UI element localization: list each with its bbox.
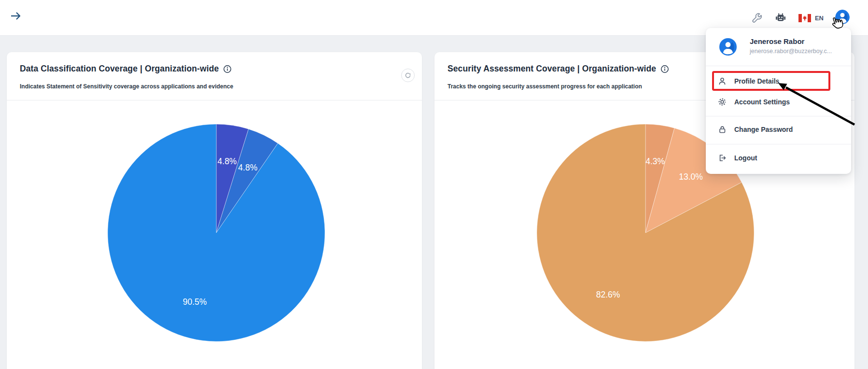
arrow-right-icon — [9, 10, 23, 22]
card-title: Data Classification Coverage | Organizat… — [20, 64, 219, 74]
sidebar-expand-button[interactable] — [9, 10, 23, 22]
divider — [706, 144, 851, 144]
menu-item-profile-details[interactable]: Profile Details — [706, 71, 851, 91]
pie-slice-label: 90.5% — [183, 297, 207, 307]
menu-item-label: Logout — [734, 154, 757, 162]
refresh-icon — [405, 72, 411, 79]
user-avatar-icon — [835, 10, 850, 24]
pie-slice-label: 82.6% — [596, 290, 620, 299]
gear-icon — [717, 97, 727, 107]
menu-item-account-settings[interactable]: Account Settings — [706, 92, 851, 112]
canada-flag-icon — [798, 14, 811, 22]
card-data-classification: Data Classification Coverage | Organizat… — [7, 52, 422, 369]
pie-slice-label: 4.8% — [238, 163, 257, 172]
card-subtitle: Indicates Statement of Sensitivity cover… — [20, 83, 233, 90]
pie-slice-label: 4.8% — [218, 156, 237, 166]
pie-slice-label: 13.0% — [679, 172, 703, 182]
wrench-icon — [751, 12, 763, 24]
menu-item-label: Profile Details — [734, 77, 779, 85]
lock-icon — [717, 125, 727, 134]
user-avatar-button[interactable] — [835, 10, 850, 26]
menu-item-label: Change Password — [734, 126, 793, 133]
robot-icon — [774, 12, 787, 24]
card-header: Data Classification Coverage | Organizat… — [7, 52, 422, 100]
pie-slice[interactable] — [108, 124, 325, 341]
pie-slice-label: 4.3% — [645, 156, 665, 166]
card-subtitle: Tracks the ongoing security assessment p… — [448, 83, 642, 90]
divider — [706, 116, 851, 116]
dropdown-user-section: Jenerose Rabor jenerose.rabor@buzzerboy.… — [706, 28, 851, 66]
user-icon — [717, 76, 727, 86]
card-title: Security Assessment Coverage | Organizat… — [448, 64, 656, 74]
menu-item-change-password[interactable]: Change Password — [706, 119, 851, 140]
language-code: EN — [815, 14, 824, 22]
info-icon[interactable] — [223, 65, 232, 73]
language-switcher[interactable]: EN — [798, 14, 824, 22]
avatar — [719, 38, 737, 57]
user-avatar-icon — [719, 38, 737, 56]
refresh-button[interactable] — [401, 69, 415, 82]
info-icon[interactable] — [660, 65, 669, 73]
user-email: jenerose.rabor@buzzerboy.c... — [750, 48, 832, 55]
logout-icon — [717, 153, 727, 163]
pie-chart[interactable]: 4.8%4.8%90.5% — [105, 122, 327, 344]
user-name: Jenerose Rabor — [750, 37, 804, 45]
tools-button[interactable] — [751, 12, 763, 24]
assistant-button[interactable] — [774, 12, 787, 24]
user-dropdown-menu: Jenerose Rabor jenerose.rabor@buzzerboy.… — [706, 28, 851, 174]
menu-item-logout[interactable]: Logout — [706, 148, 851, 168]
menu-item-label: Account Settings — [734, 98, 790, 106]
